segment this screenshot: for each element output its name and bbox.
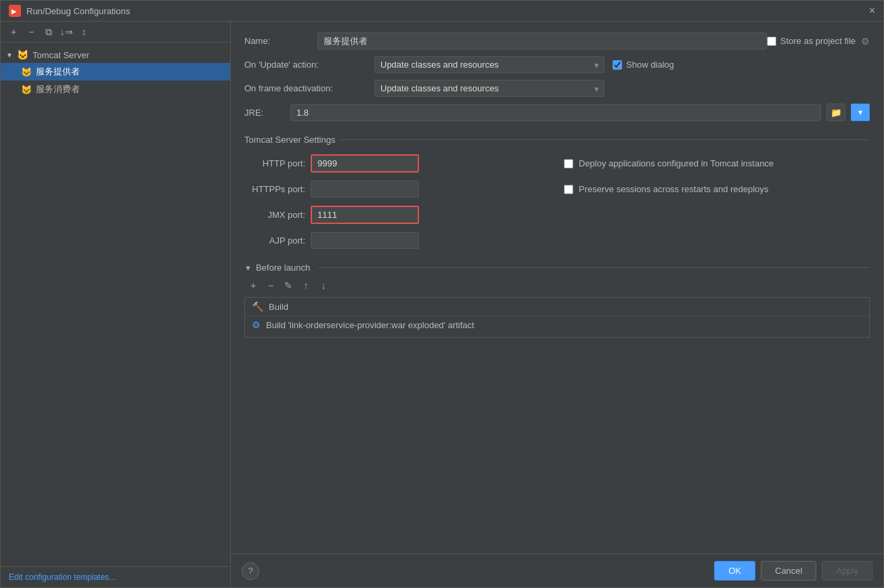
name-left: Name: xyxy=(244,32,767,49)
jre-row: JRE: 📁 ▾ xyxy=(244,104,870,121)
on-frame-label: On frame deactivation: xyxy=(244,83,366,93)
ajp-right-placeholder xyxy=(564,232,870,249)
chevron-down-icon: ▾ xyxy=(858,108,862,117)
help-button[interactable]: ? xyxy=(242,562,259,580)
https-port-label: HTTPPs port: xyxy=(244,184,305,194)
main-content: + − ⧉ ↓⇒ ↕ ▼ xyxy=(1,22,883,587)
svg-text:▶: ▶ xyxy=(12,8,17,15)
ajp-port-input[interactable] xyxy=(311,232,419,249)
build-artifact-icon: ⚙ xyxy=(252,319,261,330)
name-row: Name: Store as project file ⚙ xyxy=(244,32,870,49)
launch-list: 🔨 Build ⚙ Build 'link-orderservice-provi… xyxy=(244,297,870,338)
jre-label: JRE: xyxy=(244,108,285,118)
jmx-port-input[interactable] xyxy=(311,206,419,224)
tomcat-group-icon: 🐱 xyxy=(17,49,28,60)
preserve-option-row: Preserve sessions across restarts and re… xyxy=(564,181,870,198)
launch-toolbar: + − ✎ ↑ ↓ xyxy=(244,278,870,293)
before-launch-divider xyxy=(318,267,870,268)
name-input[interactable] xyxy=(317,32,767,49)
before-launch-toggle-row: ▼ Before launch xyxy=(244,263,870,273)
chevron-down-icon: ▼ xyxy=(6,51,13,59)
ok-button[interactable]: OK xyxy=(714,561,755,581)
before-launch-section: ▼ Before launch + − ✎ ↑ ↓ 🔨 xyxy=(244,263,870,338)
ajp-port-row: AJP port: xyxy=(244,232,550,249)
build-item[interactable]: 🔨 Build xyxy=(245,298,869,316)
jre-folder-button[interactable]: 📁 xyxy=(826,104,845,121)
build-artifact-item[interactable]: ⚙ Build 'link-orderservice-provider:war … xyxy=(245,316,869,334)
tree-item-label-consumer: 服务消费者 xyxy=(36,83,80,95)
http-port-label: HTTP port: xyxy=(244,158,305,168)
folder-icon: 📁 xyxy=(831,108,842,118)
on-update-select-wrapper: Update classes and resources Hot swap cl… xyxy=(374,56,604,73)
jmx-right-placeholder xyxy=(564,206,870,224)
on-frame-select[interactable]: Update classes and resources Hot swap cl… xyxy=(374,80,604,97)
move-up-launch-button[interactable]: ↑ xyxy=(299,278,313,293)
bottom-bar: ? OK Cancel Apply xyxy=(231,553,883,587)
tree-item-provider[interactable]: 🐱 服务提供者 xyxy=(1,63,230,81)
jre-input[interactable] xyxy=(290,104,821,121)
on-update-row: On 'Update' action: Update classes and r… xyxy=(244,56,870,73)
server-settings-heading: Tomcat Server Settings xyxy=(244,135,870,145)
dialog-title: Run/Debug Configurations xyxy=(26,6,864,16)
right-panel: Name: Store as project file ⚙ On 'Update… xyxy=(231,22,883,587)
build-artifact-label: Build 'link-orderservice-provider:war ex… xyxy=(266,320,474,330)
cancel-button[interactable]: Cancel xyxy=(761,561,816,581)
ajp-port-label: AJP port: xyxy=(244,235,305,246)
copy-config-button[interactable]: ⧉ xyxy=(41,24,56,39)
deploy-checkbox[interactable] xyxy=(564,159,573,168)
store-as-project-checkbox[interactable] xyxy=(767,37,776,46)
deploy-label: Deploy applications configured in Tomcat… xyxy=(579,158,774,168)
https-port-row: HTTPPs port: xyxy=(244,181,550,198)
tree-item-label-provider: 服务提供者 xyxy=(36,66,80,78)
tomcat-item-icon-consumer: 🐱 xyxy=(21,85,32,95)
tomcat-server-label: Tomcat Server xyxy=(32,50,89,60)
https-port-input[interactable] xyxy=(311,181,419,198)
tomcat-server-group: ▼ 🐱 Tomcat Server 🐱 服务提供者 🐱 服务消费者 xyxy=(1,45,230,99)
sort-config-button[interactable]: ↕ xyxy=(76,24,91,39)
tree-toolbar: + − ⧉ ↓⇒ ↕ xyxy=(1,22,230,43)
move-config-button[interactable]: ↓⇒ xyxy=(59,24,74,39)
jre-dropdown-button[interactable]: ▾ xyxy=(851,104,870,121)
build-icon: 🔨 xyxy=(252,301,263,312)
config-tree: ▼ 🐱 Tomcat Server 🐱 服务提供者 🐱 服务消费者 xyxy=(1,43,230,566)
on-update-select[interactable]: Update classes and resources Hot swap cl… xyxy=(374,56,604,73)
name-label: Name: xyxy=(244,36,312,46)
jmx-port-row: JMX port: xyxy=(244,206,550,224)
preserve-checkbox[interactable] xyxy=(564,185,573,194)
show-dialog-label: Show dialog xyxy=(626,60,674,70)
on-frame-select-wrapper: Update classes and resources Hot swap cl… xyxy=(374,80,604,97)
show-dialog-label-wrapper[interactable]: Show dialog xyxy=(613,60,674,70)
preserve-label: Preserve sessions across restarts and re… xyxy=(579,184,768,194)
before-launch-toggle-icon[interactable]: ▼ xyxy=(244,264,252,272)
config-form: Name: Store as project file ⚙ On 'Update… xyxy=(231,22,883,553)
jmx-port-label: JMX port: xyxy=(244,210,305,220)
remove-config-button[interactable]: − xyxy=(24,24,39,39)
remove-launch-button[interactable]: − xyxy=(263,278,278,293)
build-label: Build xyxy=(269,302,288,312)
on-frame-row: On frame deactivation: Update classes an… xyxy=(244,80,870,97)
add-config-button[interactable]: + xyxy=(6,24,21,39)
app-icon: ▶ xyxy=(9,5,21,17)
left-panel: + − ⧉ ↓⇒ ↕ ▼ xyxy=(1,22,231,587)
before-launch-title: Before launch xyxy=(256,263,310,273)
apply-button[interactable]: Apply xyxy=(822,561,872,581)
on-update-label: On 'Update' action: xyxy=(244,60,366,70)
tomcat-item-icon-provider: 🐱 xyxy=(21,67,32,77)
store-as-project-label: Store as project file xyxy=(780,36,856,46)
tree-item-consumer[interactable]: 🐱 服务消费者 xyxy=(1,81,230,98)
title-bar: ▶ Run/Debug Configurations × xyxy=(1,1,883,22)
edit-templates-link[interactable]: Edit configuration templates... xyxy=(1,566,230,587)
tomcat-server-group-header[interactable]: ▼ 🐱 Tomcat Server xyxy=(1,47,230,63)
store-as-project-row: Store as project file ⚙ xyxy=(767,36,870,47)
deploy-option-row: Deploy applications configured in Tomcat… xyxy=(564,154,870,173)
show-dialog-checkbox[interactable] xyxy=(613,60,622,70)
close-button[interactable]: × xyxy=(869,5,875,17)
server-settings-grid: HTTP port: Deploy applications configure… xyxy=(244,154,870,249)
edit-launch-button[interactable]: ✎ xyxy=(281,278,296,293)
run-debug-configurations-dialog: ▶ Run/Debug Configurations × + − ⧉ ↓⇒ xyxy=(0,0,884,588)
gear-icon[interactable]: ⚙ xyxy=(861,36,870,47)
add-launch-button[interactable]: + xyxy=(246,278,261,293)
move-down-launch-button[interactable]: ↓ xyxy=(316,278,331,293)
http-port-input[interactable] xyxy=(311,154,419,173)
store-as-project-checkbox-label[interactable]: Store as project file xyxy=(767,36,856,46)
